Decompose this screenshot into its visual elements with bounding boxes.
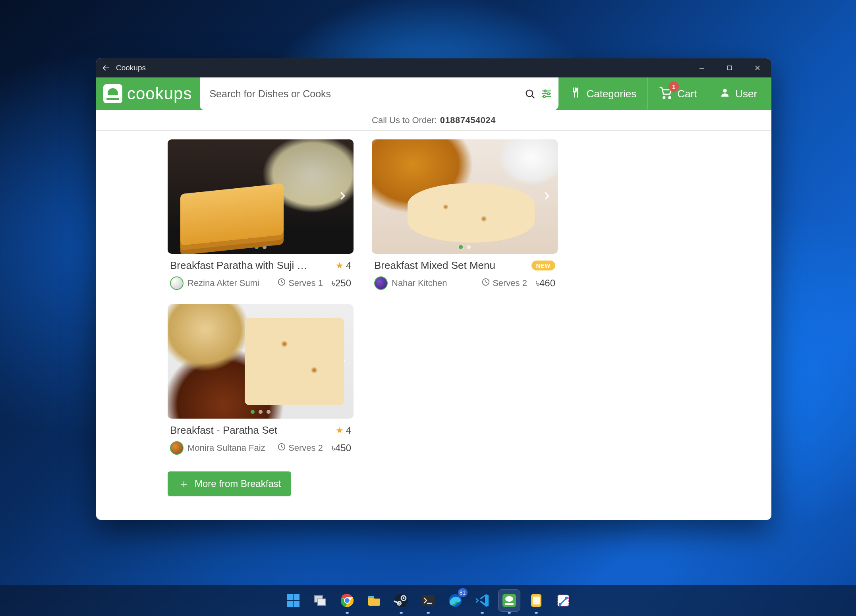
dish-title: Breakfast Paratha with Suji Fo... bbox=[170, 259, 313, 272]
nav-categories[interactable]: Categories bbox=[558, 77, 647, 110]
svg-rect-38 bbox=[505, 603, 514, 605]
cookups-app-icon bbox=[501, 593, 517, 608]
taskbar-running-indicator bbox=[481, 612, 484, 614]
svg-rect-2 bbox=[728, 66, 732, 70]
dish-serves: Serves 1 bbox=[277, 278, 323, 289]
svg-rect-33 bbox=[422, 595, 435, 606]
image-next-icon[interactable] bbox=[337, 355, 349, 368]
svg-rect-21 bbox=[287, 601, 293, 607]
taskbar-edge[interactable]: 81 bbox=[444, 590, 466, 611]
windows-logo-icon bbox=[285, 593, 301, 608]
order-phone-number[interactable]: 01887454024 bbox=[440, 115, 496, 126]
cook-avatar[interactable] bbox=[374, 276, 388, 290]
header-nav: Categories 1 Cart User bbox=[558, 77, 771, 110]
search-input[interactable] bbox=[209, 88, 519, 100]
dish-rating-value: 4 bbox=[346, 425, 351, 436]
cook-name[interactable]: Rezina Akter Sumi bbox=[187, 278, 273, 288]
svg-point-31 bbox=[402, 597, 404, 599]
image-next-icon[interactable] bbox=[541, 190, 553, 203]
taskbar-task-view[interactable] bbox=[309, 590, 331, 611]
nav-cart-label: Cart bbox=[677, 88, 697, 100]
taskbar-vscode[interactable] bbox=[471, 590, 493, 611]
taskbar-steam[interactable] bbox=[390, 590, 412, 611]
taskbar-terminal[interactable] bbox=[417, 590, 439, 611]
more-from-category-button[interactable]: ＋ More from Breakfast bbox=[168, 471, 291, 496]
brand-name: cookups bbox=[127, 84, 192, 103]
dish-rating: ★ 4 bbox=[336, 425, 351, 436]
cook-avatar[interactable] bbox=[170, 441, 184, 455]
clock-icon bbox=[277, 278, 286, 289]
dish-card[interactable]: Breakfast Paratha with Suji Fo... ★ 4 Re… bbox=[168, 139, 354, 290]
window-close-button[interactable] bbox=[744, 58, 771, 77]
taskbar-notes-app[interactable] bbox=[526, 590, 547, 611]
svg-line-6 bbox=[532, 96, 534, 98]
dish-title: Breakfast Mixed Set Menu bbox=[374, 259, 495, 272]
steam-icon bbox=[393, 593, 409, 608]
taskbar-running-indicator bbox=[535, 612, 538, 614]
image-next-icon[interactable] bbox=[337, 190, 349, 203]
search-icon[interactable] bbox=[524, 88, 535, 99]
carousel-dot[interactable] bbox=[251, 410, 255, 414]
taskbar-running-indicator bbox=[400, 612, 403, 614]
taskbar-running-indicator bbox=[427, 612, 430, 614]
taskbar-file-explorer[interactable] bbox=[363, 590, 385, 611]
dish-serves-text: Serves 2 bbox=[493, 278, 527, 288]
app-header: cookups Categories bbox=[96, 77, 771, 110]
back-button[interactable] bbox=[96, 58, 116, 77]
taskbar-start-button[interactable] bbox=[282, 590, 304, 611]
cook-avatar[interactable] bbox=[170, 276, 184, 290]
nav-categories-label: Categories bbox=[586, 88, 636, 100]
dish-card[interactable]: Breakfast Mixed Set Menu NEW Nahar Kitch… bbox=[372, 139, 558, 290]
brand-logo-icon bbox=[103, 84, 122, 103]
nav-user[interactable]: User bbox=[708, 77, 768, 110]
terminal-icon bbox=[420, 593, 436, 608]
dish-serves: Serves 2 bbox=[277, 442, 323, 454]
carousel-dot[interactable] bbox=[259, 410, 263, 414]
dish-serves-text: Serves 2 bbox=[288, 443, 323, 453]
star-icon: ★ bbox=[336, 261, 344, 271]
filter-icon[interactable] bbox=[541, 88, 552, 99]
taskbar-edge-badge: 81 bbox=[458, 588, 468, 597]
dish-image bbox=[168, 304, 354, 419]
window-title: Cookups bbox=[116, 64, 146, 72]
window-minimize-button[interactable] bbox=[688, 58, 716, 77]
dish-title: Breakfast - Paratha Set bbox=[170, 424, 277, 436]
svg-rect-24 bbox=[318, 599, 326, 605]
notes-icon bbox=[528, 593, 544, 608]
dish-serves-text: Serves 1 bbox=[288, 278, 323, 288]
brand-logo[interactable]: cookups bbox=[96, 84, 200, 103]
dish-price: ৳460 bbox=[536, 278, 555, 289]
svg-point-12 bbox=[543, 95, 545, 97]
svg-point-14 bbox=[669, 97, 671, 98]
order-phone-strip: Call Us to Order: 01887454024 bbox=[96, 110, 771, 131]
new-badge: NEW bbox=[531, 261, 556, 270]
carousel-dot[interactable] bbox=[263, 245, 267, 249]
carousel-dot[interactable] bbox=[267, 410, 271, 414]
carousel-dot[interactable] bbox=[467, 245, 471, 249]
dish-rating-value: 4 bbox=[346, 260, 351, 271]
svg-point-44 bbox=[558, 603, 561, 606]
svg-point-45 bbox=[565, 597, 568, 600]
chrome-icon bbox=[339, 593, 355, 608]
folder-icon bbox=[366, 593, 382, 608]
svg-point-8 bbox=[544, 90, 546, 92]
taskbar-running-indicator bbox=[508, 612, 511, 614]
plus-icon: ＋ bbox=[178, 478, 190, 490]
cook-name[interactable]: Nahar Kitchen bbox=[392, 278, 477, 288]
carousel-dot[interactable] bbox=[255, 245, 259, 249]
dish-card[interactable]: Breakfast - Paratha Set ★ 4 Monira Sulta… bbox=[168, 304, 354, 455]
search-bar bbox=[200, 77, 558, 110]
nav-cart[interactable]: 1 Cart bbox=[647, 77, 708, 110]
window-maximize-button[interactable] bbox=[716, 58, 744, 77]
cook-name[interactable]: Monira Sultana Faiz bbox=[187, 443, 273, 453]
svg-point-13 bbox=[663, 97, 665, 98]
taskbar-chrome[interactable] bbox=[336, 590, 358, 611]
dish-image bbox=[168, 139, 354, 254]
svg-rect-22 bbox=[294, 601, 300, 607]
image-carousel-dots bbox=[255, 245, 267, 249]
carousel-dot[interactable] bbox=[459, 245, 463, 249]
taskbar-snipping-tool[interactable] bbox=[553, 590, 574, 611]
dish-serves: Serves 2 bbox=[481, 278, 527, 289]
taskbar-cookups-app[interactable] bbox=[499, 590, 520, 611]
clock-icon bbox=[277, 442, 286, 454]
